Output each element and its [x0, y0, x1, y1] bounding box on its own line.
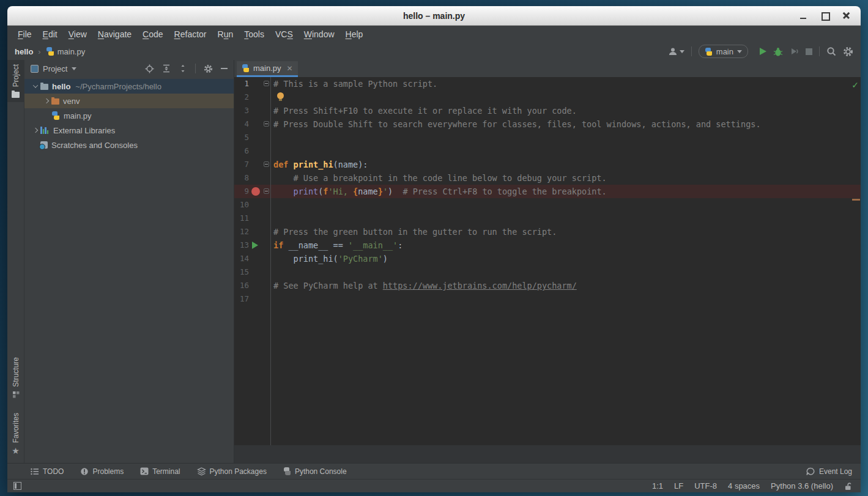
gutter-line-7[interactable]: 7	[234, 158, 271, 171]
gutter-line-11[interactable]: 11	[234, 212, 271, 225]
gutter-line-1[interactable]: 1	[234, 77, 271, 91]
minimize-icon[interactable]	[799, 11, 808, 20]
tool-stripe-structure[interactable]: Structure	[7, 353, 24, 402]
chevron-down-icon[interactable]	[33, 83, 38, 87]
gutter-line-9[interactable]: 9	[234, 185, 271, 198]
line-number[interactable]: 4	[234, 117, 249, 131]
fold-marker-icon[interactable]	[264, 161, 269, 167]
line-number[interactable]: 5	[234, 131, 249, 144]
code-text[interactable]: # This is a sample Python script.	[271, 77, 861, 91]
menu-item-tools[interactable]: Tools	[239, 29, 270, 39]
stop-button[interactable]	[806, 48, 812, 55]
code-text[interactable]	[271, 91, 861, 104]
line-number[interactable]: 3	[234, 104, 249, 117]
status-indent-style[interactable]: 4 spaces	[728, 481, 760, 490]
chevron-right-icon[interactable]	[33, 128, 38, 133]
status-caret-position[interactable]: 1:1	[652, 481, 663, 490]
code-text[interactable]: # Press Shift+F10 to execute it or repla…	[271, 104, 861, 117]
code-text[interactable]	[271, 131, 861, 144]
expand-all-icon[interactable]	[162, 64, 171, 73]
chevron-right-icon[interactable]	[44, 98, 49, 103]
tab-close-icon[interactable]: ✕	[287, 64, 293, 73]
error-stripe-mark[interactable]	[852, 199, 860, 201]
status-file-encoding[interactable]: UTF-8	[694, 481, 717, 490]
gutter-line-16[interactable]: 16	[234, 279, 271, 292]
status-python-interpreter[interactable]: Python 3.6 (hello)	[771, 481, 833, 490]
line-number[interactable]: 2	[234, 91, 249, 104]
fold-marker-icon[interactable]	[264, 121, 269, 127]
menu-item-run[interactable]: Run	[212, 29, 239, 39]
run-configuration-select[interactable]: main	[699, 45, 748, 58]
gutter-line-13[interactable]: 13	[234, 239, 271, 252]
tree-item-scratches-and-consoles[interactable]: Scratches and Consoles	[24, 138, 234, 152]
code-text[interactable]: # Use a breakpoint in the code line belo…	[271, 171, 861, 185]
toolwindow-button-python-console[interactable]: Python Console	[283, 467, 347, 476]
menu-item-file[interactable]: File	[12, 29, 37, 39]
menu-item-vcs[interactable]: VCS	[270, 29, 299, 39]
debug-button[interactable]	[773, 47, 783, 56]
tree-item-main-py[interactable]: main.py	[24, 108, 234, 123]
fold-marker-icon[interactable]	[264, 81, 269, 86]
code-text[interactable]: print(f'Hi, {name}') # Press Ctrl+F8 to …	[271, 185, 861, 198]
gutter-line-14[interactable]: 14	[234, 252, 271, 265]
menu-item-refactor[interactable]: Refactor	[169, 29, 212, 39]
tree-item-external-libraries[interactable]: External Libraries	[24, 123, 234, 138]
breadcrumb-file[interactable]: main.py	[57, 47, 86, 56]
line-number[interactable]: 17	[234, 292, 249, 306]
line-number[interactable]: 7	[234, 158, 249, 171]
code-text[interactable]: def print_hi(name):	[271, 158, 861, 171]
gutter-line-4[interactable]: 4	[234, 117, 271, 131]
gutter-line-8[interactable]: 8	[234, 171, 271, 185]
code-text[interactable]	[271, 144, 861, 158]
project-view-selector[interactable]: Project	[31, 64, 76, 73]
code-text[interactable]	[271, 292, 861, 306]
code-text[interactable]: # See PyCharm help at https://www.jetbra…	[271, 279, 861, 292]
toolwindow-button-event-log[interactable]: Event Log	[806, 467, 852, 476]
close-icon[interactable]	[842, 11, 851, 20]
code-text[interactable]	[271, 265, 861, 279]
code-editor[interactable]: 1# This is a sample Python script.23# Pr…	[234, 77, 861, 445]
line-number[interactable]: 15	[234, 265, 249, 279]
gutter-line-12[interactable]: 12	[234, 225, 271, 239]
line-number[interactable]: 12	[234, 225, 249, 239]
maximize-icon[interactable]	[820, 11, 829, 20]
toolwindow-button-todo[interactable]: TODO	[31, 467, 64, 476]
menu-item-help[interactable]: Help	[340, 29, 369, 39]
code-text[interactable]: # Press the green button in the gutter t…	[271, 225, 861, 239]
locate-file-icon[interactable]	[145, 64, 154, 73]
line-number[interactable]: 14	[234, 252, 249, 265]
tool-stripe-favorites[interactable]: Favorites ★	[7, 409, 24, 459]
toolwindow-button-python-packages[interactable]: Python Packages	[197, 467, 267, 476]
gutter-line-3[interactable]: 3	[234, 104, 271, 117]
fold-marker-icon[interactable]	[264, 188, 269, 194]
run-button[interactable]	[760, 48, 766, 55]
tree-item-hello[interactable]: hello~/PycharmProjects/hello	[24, 79, 234, 94]
users-button[interactable]	[668, 47, 684, 56]
menu-item-code[interactable]: Code	[137, 29, 168, 39]
line-number[interactable]: 9	[234, 185, 249, 198]
toolwindow-button-problems[interactable]: Problems	[80, 467, 124, 476]
run-line-icon[interactable]	[252, 242, 258, 249]
settings-gear-icon[interactable]	[843, 46, 853, 57]
line-number[interactable]: 13	[234, 239, 249, 252]
panel-settings-gear-icon[interactable]	[204, 64, 213, 73]
gutter-line-6[interactable]: 6	[234, 144, 271, 158]
intention-bulb-icon[interactable]	[277, 92, 284, 99]
line-number[interactable]: 10	[234, 198, 249, 212]
hide-panel-icon[interactable]	[221, 68, 228, 69]
line-number[interactable]: 11	[234, 212, 249, 225]
line-number[interactable]: 6	[234, 144, 249, 158]
code-text[interactable]: # Press Double Shift to search everywher…	[271, 117, 861, 131]
collapse-all-icon[interactable]	[179, 64, 187, 73]
code-text[interactable]: print_hi('PyCharm')	[271, 252, 861, 265]
editor-tab-main-py[interactable]: main.py ✕	[237, 61, 298, 77]
toolwindow-button-terminal[interactable]: Terminal	[140, 467, 180, 476]
menu-item-view[interactable]: View	[63, 29, 92, 39]
status-lock[interactable]	[844, 482, 852, 490]
gutter-line-5[interactable]: 5	[234, 131, 271, 144]
code-text[interactable]	[271, 212, 861, 225]
line-number[interactable]: 8	[234, 171, 249, 185]
code-text[interactable]	[271, 198, 861, 212]
breadcrumb-project[interactable]: hello	[15, 47, 33, 56]
line-number[interactable]: 1	[234, 77, 249, 91]
